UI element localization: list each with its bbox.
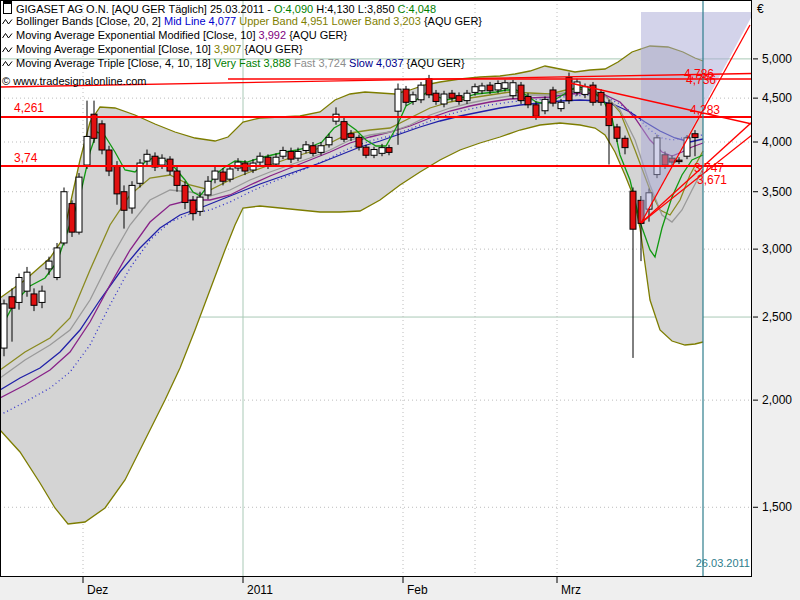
candle-body xyxy=(341,122,347,140)
legend-text-segment: Bollinger Bands [Close, 20, 2] xyxy=(16,15,164,27)
watermark: © www.tradesignalonline.com xyxy=(2,75,146,87)
candle-body xyxy=(46,261,52,269)
candle-body xyxy=(692,134,698,138)
candle-body xyxy=(622,138,628,147)
candle-body xyxy=(1,304,7,348)
x-axis-label: Feb xyxy=(407,583,428,597)
candle-body xyxy=(502,83,508,89)
price-level-label: 4,261 xyxy=(14,101,44,115)
candle-body xyxy=(227,169,233,179)
legend-text-segment: H:4,130 xyxy=(316,3,358,15)
legend-text-segment: Very Fast 3,888 xyxy=(214,57,294,69)
x-axis-label: 2011 xyxy=(247,583,273,597)
candle-body xyxy=(614,127,620,138)
candle-body xyxy=(242,163,248,171)
candle-body xyxy=(295,151,301,158)
candle-body xyxy=(76,177,82,232)
candle-body xyxy=(356,137,362,147)
candle-body xyxy=(542,99,548,110)
candle-body xyxy=(303,145,309,151)
legend-text-segment: Slow 4,037 xyxy=(349,57,406,69)
candle-body xyxy=(487,85,493,91)
candle-body xyxy=(386,148,392,153)
y-axis-label: 2,000 xyxy=(762,393,792,407)
legend-text-segment: Mid Line 4,077 xyxy=(164,15,239,27)
candle-body xyxy=(273,157,279,164)
legend-text-segment: {AQU GER} xyxy=(289,29,347,41)
candle-body xyxy=(257,156,263,162)
candle-body xyxy=(9,297,15,308)
candle-body xyxy=(69,204,75,233)
candle-body xyxy=(24,272,30,291)
y-axis-label: 3,500 xyxy=(762,185,792,199)
candle-body xyxy=(348,134,354,138)
candle-body xyxy=(518,85,524,101)
indicator-curve-icon xyxy=(2,58,13,71)
y-axis-label: 1,500 xyxy=(762,500,792,514)
candle-body xyxy=(472,87,478,93)
legend-text-segment: 3,992 xyxy=(259,29,290,41)
candle-body xyxy=(31,294,37,305)
candle-body xyxy=(220,172,226,181)
candle-body xyxy=(265,157,271,165)
legend-text-segment: L:3,850 xyxy=(358,3,398,15)
candle-body xyxy=(606,103,612,125)
candle-body xyxy=(379,148,385,154)
candle-body xyxy=(197,197,203,211)
candle-body xyxy=(582,87,588,95)
price-level-label: 4,283 xyxy=(690,103,720,117)
candle-body xyxy=(449,93,455,98)
candle-body xyxy=(99,124,105,150)
candle-body xyxy=(280,150,286,156)
indicator-curve-icon xyxy=(2,16,13,29)
y-axis-label: 3,000 xyxy=(762,242,792,256)
candle-body xyxy=(54,248,60,278)
candle-body xyxy=(464,93,470,100)
candle-body xyxy=(418,85,424,100)
candle-body xyxy=(550,90,556,103)
candle-body xyxy=(159,158,165,165)
candle-body xyxy=(174,171,180,185)
candle-body xyxy=(318,146,324,153)
legend-text-segment: Moving Average Triple [Close, 4, 10, 18] xyxy=(16,57,214,69)
y-axis-label: 2,500 xyxy=(762,310,792,324)
candle-body xyxy=(410,95,416,102)
legend-text-segment: {AQU GER} xyxy=(424,15,482,27)
chart-window: 4,2613,744,7864,7364,2833,7473,6715,0004… xyxy=(0,0,800,600)
candle-body xyxy=(426,79,432,95)
legend-text-segment: Moving Average Exponential Modified [Clo… xyxy=(16,29,259,41)
indicator-curve-icon xyxy=(2,44,13,57)
candle-body xyxy=(510,83,516,96)
candle-body xyxy=(121,192,127,211)
currency-axis-label: € xyxy=(757,2,764,16)
candle-body xyxy=(39,291,45,302)
x-axis-label: Mrz xyxy=(561,583,581,597)
legend-text-segment: Lower Band 3,203 xyxy=(332,15,424,27)
candle-body xyxy=(598,92,604,102)
candle-body xyxy=(61,192,67,243)
candle-body xyxy=(525,96,531,104)
candle-body xyxy=(190,200,196,213)
y-axis-label: 4,000 xyxy=(762,135,792,149)
candle-body xyxy=(84,136,90,165)
candle-body xyxy=(212,171,218,179)
candle-body xyxy=(106,150,112,171)
candle-body xyxy=(16,277,22,302)
candle-body xyxy=(676,160,682,162)
price-level-label: 3,74 xyxy=(14,151,38,165)
ma-exp-legend-line: Moving Average Exponential [Close, 10] 3… xyxy=(2,43,303,57)
candle-body xyxy=(395,89,401,111)
legend-text-segment: Upper Band 4,951 xyxy=(239,15,331,27)
candle-body xyxy=(630,191,636,229)
instrument-icon xyxy=(3,1,12,14)
instrument-title-line: GIGASET AG O.N. [AQU GER Täglich] 25.03.… xyxy=(2,1,436,16)
candle-body xyxy=(433,93,439,101)
candle-body xyxy=(182,185,188,202)
last-date-label: 26.03.2011 xyxy=(646,557,750,569)
bollinger-legend-line: Bollinger Bands [Close, 20, 2] Mid Line … xyxy=(2,15,482,29)
legend-text-segment: {AQU GER} xyxy=(245,43,303,55)
candle-body xyxy=(371,150,377,156)
ma-exp-modified-legend-line: Moving Average Exponential Modified [Clo… xyxy=(2,29,347,43)
candle-body xyxy=(129,185,135,208)
candle-body xyxy=(479,86,485,91)
